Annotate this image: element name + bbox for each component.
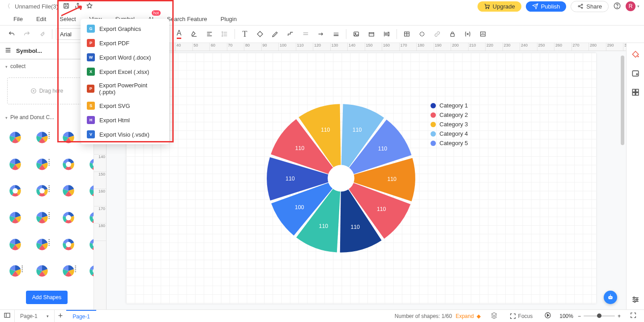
shape-thumbnail[interactable] (4, 206, 27, 229)
shape-thumbnail[interactable] (4, 259, 27, 283)
shape-thumbnail[interactable] (4, 153, 27, 176)
apps-panel-icon[interactable] (630, 87, 641, 98)
help-icon[interactable] (613, 2, 621, 11)
pen-tool-button[interactable] (269, 28, 281, 40)
distribute-button[interactable] (380, 28, 393, 40)
shape-thumbnail[interactable] (57, 233, 80, 256)
shape-thumbnail[interactable] (57, 259, 80, 283)
zoom-out-button[interactable]: − (578, 313, 581, 319)
layers-icon[interactable] (487, 312, 501, 320)
container-button[interactable] (365, 28, 378, 40)
shape-thumbnail[interactable] (4, 179, 27, 202)
zoom-in-button[interactable]: + (618, 313, 621, 319)
pie-chart[interactable]: 110110110110110110110100110110 (260, 98, 422, 259)
layers-panel-icon[interactable] (630, 68, 641, 79)
shape-thumbnail[interactable] (57, 206, 80, 229)
zoom-slider[interactable] (584, 315, 615, 317)
undo-button[interactable] (5, 28, 18, 40)
page-select[interactable]: Page-1▾ (14, 310, 55, 322)
shape-thumbnail[interactable] (30, 126, 54, 149)
menu-file[interactable]: File (13, 16, 23, 22)
chart-insert-button[interactable] (477, 28, 489, 40)
shape-thumbnail[interactable] (57, 179, 80, 202)
shape-thumbnail[interactable] (84, 153, 94, 176)
back-chevron-icon[interactable]: 〈 (4, 2, 10, 10)
shape-thumbnail[interactable] (57, 153, 80, 176)
export-export-graphics[interactable]: GExport Graphics (81, 21, 169, 36)
table-button[interactable] (401, 28, 413, 40)
export-export-word-docx-[interactable]: WExport Word (.docx) (81, 50, 169, 64)
connector-button[interactable] (284, 28, 297, 40)
page-tab[interactable]: Page-1 (66, 310, 96, 322)
menu-search-feature[interactable]: Search Feature (167, 16, 207, 22)
legend-label: Category 1 (439, 102, 468, 109)
shape-thumbnail[interactable] (84, 179, 94, 202)
fill-panel-icon[interactable] (630, 49, 641, 60)
shape-thumbnail[interactable] (84, 259, 94, 283)
export-icon[interactable] (74, 2, 81, 11)
arrow-style-button[interactable] (315, 28, 327, 40)
shape-thumbnail[interactable] (30, 179, 54, 202)
shape-thumbnail[interactable] (30, 233, 54, 256)
line-weight-button[interactable] (330, 28, 342, 40)
shape-thumbnail[interactable] (84, 233, 94, 256)
export-export-powerpoint-pptx-[interactable]: PExport PowerPoint (.pptx) (81, 79, 169, 99)
section-collect[interactable]: collect (0, 60, 94, 73)
line-style-button[interactable] (299, 28, 312, 40)
shape-thumbnail[interactable] (30, 259, 54, 283)
page-layout-icon[interactable] (0, 312, 14, 320)
share-button[interactable]: Share (571, 1, 609, 12)
section-pie[interactable]: Pie and Donut C... (0, 111, 94, 124)
image-button[interactable] (350, 28, 363, 40)
shape-thumbnail[interactable] (4, 233, 27, 256)
redo-button[interactable] (21, 28, 33, 40)
menu-edit[interactable]: Edit (36, 16, 46, 22)
file-type-icon: H (87, 116, 95, 124)
export-export-excel-xlsx-[interactable]: XExport Excel (.xlsx) (81, 64, 169, 79)
shape-thumbnail[interactable] (30, 153, 54, 176)
assistant-button[interactable] (604, 291, 617, 304)
align-button[interactable] (203, 28, 216, 40)
settings-panel-icon[interactable] (630, 294, 641, 305)
zoom-value[interactable]: 100% (559, 313, 573, 319)
export-export-visio-vsdx-[interactable]: VExport Visio (.vsdx) (81, 127, 169, 142)
drag-here-box[interactable]: Drag here (7, 77, 86, 104)
shape-thumbnail[interactable] (84, 206, 94, 229)
export-export-pdf[interactable]: PExport PDF (81, 36, 169, 50)
shape-thumbnail[interactable] (30, 206, 54, 229)
legend-swatch (431, 141, 436, 146)
legend-label: Category 4 (439, 130, 468, 137)
star-icon[interactable] (86, 2, 93, 11)
menu-select[interactable]: Select (60, 16, 76, 22)
menu-plugin[interactable]: Plugin (221, 16, 237, 22)
fullscreen-button[interactable] (626, 312, 640, 320)
add-shapes-button[interactable]: Add Shapes (26, 291, 68, 304)
format-painter-button[interactable] (36, 28, 48, 40)
fill-button[interactable] (254, 28, 266, 40)
font-color-button[interactable]: A (173, 28, 185, 40)
shape-thumbnail[interactable] (57, 126, 80, 149)
publish-button[interactable]: Publish (526, 1, 567, 12)
highlight-button[interactable] (188, 28, 200, 40)
svg-rect-68 (75, 266, 77, 266)
save-icon[interactable] (63, 2, 70, 11)
line-spacing-button[interactable] (218, 28, 231, 40)
shape-thumbnail[interactable] (4, 126, 27, 149)
text-tool-button[interactable]: T (239, 28, 251, 40)
link-button[interactable] (431, 28, 444, 40)
account-menu[interactable]: R ▾ (626, 1, 640, 11)
add-page-button[interactable]: + (55, 311, 67, 321)
presentation-button[interactable] (541, 312, 555, 320)
focus-button[interactable]: Focus (506, 313, 537, 320)
svg-rect-64 (21, 266, 23, 266)
export-export-svg[interactable]: SExport SVG (81, 99, 169, 113)
statusbar: Page-1▾ + Page-1 Number of shapes: 1/60 … (0, 309, 644, 322)
expand-link[interactable]: Expand (456, 313, 474, 319)
upgrade-button[interactable]: Upgrade (478, 1, 521, 12)
lock-button[interactable] (446, 28, 459, 40)
effects-button[interactable] (416, 28, 428, 40)
export-export-html[interactable]: HExport Html (81, 113, 169, 127)
variables-button[interactable] (461, 28, 474, 40)
canvas-page[interactable]: 110110110110110110110100110110 Category … (126, 53, 596, 304)
vertical-scrollbar[interactable] (621, 56, 624, 145)
